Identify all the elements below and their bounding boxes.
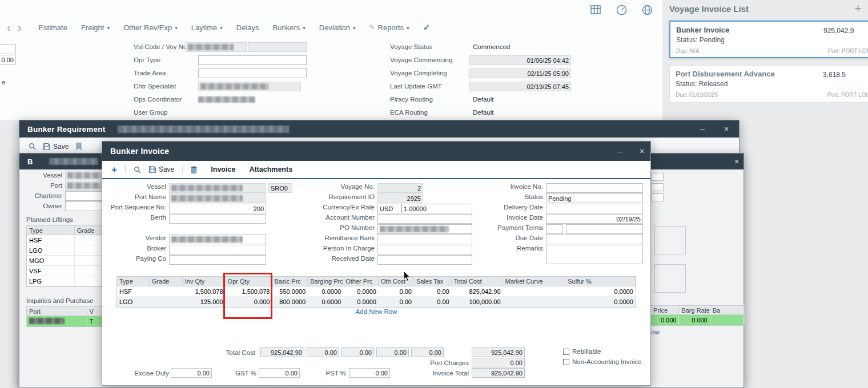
voyage-field-trade-area[interactable]	[198, 68, 307, 78]
add-invoice-button[interactable]: +	[854, 1, 862, 16]
voyage-field-chtr-specialist[interactable]	[198, 82, 301, 91]
table-row[interactable]: VSF	[27, 266, 102, 276]
field-port[interactable]	[65, 181, 106, 191]
field-received-date[interactable]	[377, 255, 472, 265]
inquiries-selected-row[interactable]: T	[27, 316, 102, 326]
field-port-sequence-no[interactable]: 200	[169, 204, 266, 213]
field-account-number[interactable]	[377, 214, 472, 224]
window-titlebar[interactable]: Bunker Invoice – ×	[102, 142, 650, 161]
invoice-total-field[interactable]: 925,042.90	[472, 368, 525, 378]
port-charges-field[interactable]: 0.00	[472, 358, 525, 367]
left-edge-amount-field[interactable]: 0.00	[0, 55, 16, 64]
field-charterer[interactable]	[65, 191, 106, 201]
field-voyage-no[interactable]: 2	[377, 183, 423, 193]
grid-icon[interactable]	[589, 3, 602, 16]
save-button[interactable]: Save	[43, 143, 69, 151]
bookmark-icon[interactable]	[76, 143, 82, 150]
field-status[interactable]: Pending	[546, 193, 643, 203]
voyage-field-vsl-code-voy-no[interactable]	[186, 42, 247, 52]
excise-duty-field[interactable]: 0.00	[171, 368, 212, 378]
rebillable-checkbox[interactable]	[563, 349, 569, 355]
bunker-item-row[interactable]: LGO125.0000.000800.00000.00000.00000.000…	[117, 297, 636, 307]
total-cost-field-0[interactable]: 925,042.90	[260, 347, 304, 357]
window-titlebar[interactable]: Bunker Requirement – ×	[19, 120, 739, 138]
field-vendor[interactable]	[169, 235, 266, 244]
gst-field[interactable]: 0.00	[259, 368, 300, 378]
invoice-tab[interactable]: Invoice	[211, 165, 235, 173]
search-icon[interactable]	[134, 166, 141, 173]
voyage-field-last-update-gmt[interactable]: 02/19/25 07:45	[469, 82, 571, 91]
left-edge-field[interactable]	[0, 45, 16, 54]
ribbon-item-estimate[interactable]: Estimate	[38, 23, 67, 32]
field-po-number[interactable]	[377, 224, 472, 234]
table-row[interactable]: LPG	[27, 276, 102, 286]
attachments-tab[interactable]: Attachments	[249, 165, 292, 173]
ribbon-item-delays[interactable]: Delays	[236, 23, 259, 32]
non-accounting-option[interactable]: Non-Accounting Invoice	[563, 358, 641, 365]
ribbon-item-reports[interactable]: ✎Reports▾	[369, 23, 409, 32]
field-delivery-date[interactable]	[546, 204, 643, 213]
search-icon[interactable]	[29, 143, 36, 150]
field-fragment[interactable]	[651, 173, 664, 181]
field-invoice-date[interactable]: 02/19/25	[546, 214, 643, 224]
ribbon-item-bunkers[interactable]: Bunkers▾	[273, 23, 306, 32]
field-person-in-charge[interactable]	[377, 245, 472, 254]
ribbon-item-laytime[interactable]: Laytime▾	[191, 23, 223, 32]
voyage-field-opr-type[interactable]	[198, 55, 307, 65]
close-button[interactable]: ×	[640, 142, 644, 161]
total-cost-field-3[interactable]: 0.00	[376, 347, 409, 357]
ribbon-item-other-rev-exp[interactable]: Other Rev/Exp▾	[123, 23, 178, 32]
field-requirement-id[interactable]: 2925	[377, 193, 423, 203]
table-row[interactable]: LGO	[27, 245, 102, 256]
invoice-card-bunker-invoice[interactable]: Bunker InvoiceStatus: PendingDue: N/A925…	[669, 21, 868, 58]
invoice-card-port-disbursement-advance[interactable]: Port Disbursement AdvanceStatus: Release…	[669, 65, 868, 103]
field-currency-ex-rate-currency[interactable]: USD	[377, 204, 401, 213]
total-cost-field-1[interactable]: 0.00	[307, 347, 339, 357]
price-row[interactable]: 0.0000.000	[651, 315, 744, 325]
ribbon-item-freight[interactable]: Freight▾	[81, 23, 110, 32]
validated-check-icon[interactable]: ✓	[423, 22, 431, 33]
field-invoice-no[interactable]	[546, 183, 643, 193]
forward-chevron-icon[interactable]: ›	[18, 22, 22, 33]
trash-icon[interactable]	[191, 166, 197, 173]
field-payment-terms-2[interactable]	[566, 224, 643, 234]
field-berth[interactable]	[169, 214, 266, 224]
add-icon[interactable]: +	[111, 165, 117, 175]
add-new-row-link[interactable]: Add New Row	[116, 308, 636, 315]
non-accounting-checkbox[interactable]	[563, 359, 569, 365]
total-cost-final-field[interactable]: 925,042.90	[472, 347, 525, 357]
minimize-button[interactable]: –	[700, 120, 705, 138]
field-fragment[interactable]	[651, 183, 664, 191]
total-cost-field-2[interactable]: 0.00	[341, 347, 374, 357]
bunker-item-row[interactable]: HSF1,500.0781,500.078550.00000.00000.000…	[117, 286, 636, 297]
voyage-field-vsl-code-voy-no-2[interactable]	[248, 42, 307, 52]
rebillable-option[interactable]: Rebillable	[563, 348, 601, 355]
voyage-field-voyage-completing[interactable]: 02/11/25 05:00	[469, 68, 571, 78]
field-broker[interactable]	[169, 245, 266, 254]
close-button[interactable]: ×	[724, 120, 729, 138]
add-new-row-link-fragment[interactable]: ow	[651, 329, 660, 336]
field-fragment[interactable]	[651, 193, 664, 201]
field-payment-terms-1[interactable]	[546, 224, 563, 234]
field-currency-ex-rate-rate[interactable]: 1.00000	[401, 204, 472, 213]
field-vessel[interactable]	[65, 171, 106, 180]
close-button[interactable]: ×	[734, 153, 739, 169]
pst-field[interactable]: 0.00	[349, 368, 390, 378]
field-due-date[interactable]	[546, 235, 643, 244]
table-row[interactable]: HSF	[27, 235, 102, 245]
minimize-button[interactable]: –	[618, 142, 622, 161]
table-row[interactable]: MGO	[27, 256, 102, 266]
field-remarks[interactable]	[546, 245, 643, 264]
field-vessel-code[interactable]: SRO0	[268, 183, 292, 193]
field-remittance-bank[interactable]	[377, 235, 472, 244]
globe-icon[interactable]	[641, 3, 653, 16]
total-cost-field-4[interactable]: 0.00	[411, 347, 444, 357]
field-paying-co[interactable]	[169, 255, 266, 265]
gauge-icon[interactable]	[615, 3, 628, 16]
field-owner[interactable]	[65, 201, 106, 211]
back-chevron-icon[interactable]: ‹	[7, 22, 11, 33]
save-button[interactable]: Save	[149, 165, 174, 173]
field-port-name[interactable]	[169, 193, 266, 203]
voyage-field-voyage-commencing[interactable]: 01/06/25 04:42	[469, 55, 571, 65]
ribbon-item-deviation[interactable]: Deviation▾	[319, 23, 356, 32]
